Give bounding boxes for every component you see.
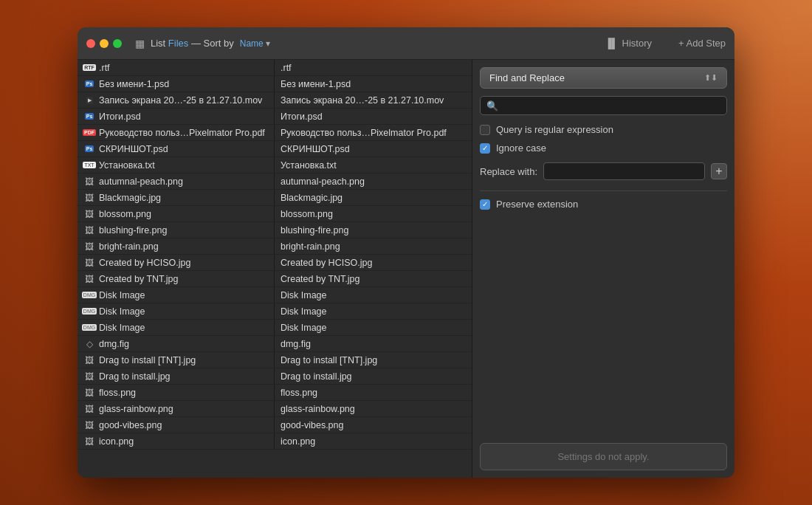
- file-row[interactable]: 🖼icon.png icon.png: [78, 433, 472, 450]
- minimize-button[interactable]: [100, 39, 109, 48]
- file-renamed: dmg.fig: [275, 336, 472, 351]
- titlebar: ▦ List Files — Sort by Name ▾ ▐▌ History…: [78, 27, 734, 60]
- file-row[interactable]: 🖼blushing-fire.png blushing-fire.png: [78, 222, 472, 238]
- file-row[interactable]: 🖼Created by TNT.jpg Created by TNT.jpg: [78, 271, 472, 287]
- replace-with-label: Replace with:: [480, 166, 537, 177]
- file-original-name: 🖼icon.png: [78, 433, 275, 449]
- file-renamed: Disk Image: [275, 320, 472, 335]
- file-row[interactable]: 🖼bright-rain.png bright-rain.png: [78, 238, 472, 255]
- divider: [480, 190, 727, 191]
- file-original-name: ▶Запись экрана 20…-25 в 21.27.10.mov: [78, 92, 275, 108]
- file-original-name: ◇dmg.fig: [78, 336, 275, 351]
- file-original-name: 🖼Created by TNT.jpg: [78, 271, 275, 286]
- file-row[interactable]: 🖼autumnal-peach.png autumnal-peach.png: [78, 174, 472, 190]
- file-list: RTF.rtf .rtf PsБез имени-1.psd Без имени…: [78, 60, 472, 478]
- ignore-case-label[interactable]: Ignore case: [496, 142, 546, 154]
- file-row[interactable]: 🖼Drag to install.jpg Drag to install.jpg: [78, 368, 472, 385]
- file-renamed: Drag to install.jpg: [275, 368, 472, 384]
- query-regex-label[interactable]: Query is regular expression: [496, 124, 613, 135]
- file-renamed: good-vibes.png: [275, 417, 472, 433]
- ignore-case-row: Ignore case: [480, 141, 727, 155]
- preserve-extension-label[interactable]: Preserve extension: [496, 199, 578, 210]
- file-row[interactable]: DMGDisk Image Disk Image: [78, 287, 472, 303]
- file-renamed: floss.png: [275, 385, 472, 400]
- file-row[interactable]: DMGDisk Image Disk Image: [78, 320, 472, 336]
- file-renamed: Установка.txt: [275, 157, 472, 173]
- main-window: ▦ List Files — Sort by Name ▾ ▐▌ History…: [78, 27, 734, 478]
- file-row[interactable]: TXTУстановка.txt Установка.txt: [78, 157, 472, 174]
- file-panel: RTF.rtf .rtf PsБез имени-1.psd Без имени…: [78, 60, 472, 478]
- file-renamed: Без имени-1.psd: [275, 76, 472, 92]
- find-replace-button[interactable]: Find and Replace ⬆⬇: [480, 67, 727, 89]
- file-renamed: .rtf: [275, 60, 472, 75]
- file-original-name: RTF.rtf: [78, 60, 275, 75]
- file-original-name: PDFРуководство польз…Pixelmator Pro.pdf: [78, 125, 275, 140]
- query-regex-checkbox[interactable]: [480, 125, 490, 135]
- search-container: 🔍: [480, 96, 727, 115]
- file-row[interactable]: 🖼blossom.png blossom.png: [78, 206, 472, 222]
- file-row[interactable]: PsБез имени-1.psd Без имени-1.psd: [78, 76, 472, 92]
- file-renamed: blossom.png: [275, 206, 472, 221]
- search-input[interactable]: [502, 100, 720, 111]
- ignore-case-checkbox[interactable]: [480, 143, 490, 154]
- settings-button: Settings do not apply.: [480, 443, 727, 470]
- file-original-name: PsИтоги.psd: [78, 109, 275, 124]
- file-row[interactable]: 🖼Blackmagic.jpg Blackmagic.jpg: [78, 190, 472, 206]
- file-renamed: Blackmagic.jpg: [275, 190, 472, 205]
- preserve-extension-checkbox[interactable]: [480, 199, 490, 210]
- file-original-name: 🖼Blackmagic.jpg: [78, 190, 275, 205]
- file-renamed: Запись экрана 20…-25 в 21.27.10.mov: [275, 92, 472, 108]
- file-row[interactable]: ▶Запись экрана 20…-25 в 21.27.10.mov Зап…: [78, 92, 472, 109]
- titlebar-text: List Files — Sort by: [151, 38, 234, 49]
- sort-name-button[interactable]: Name ▾: [240, 38, 270, 49]
- file-original-name: 🖼autumnal-peach.png: [78, 174, 275, 189]
- file-original-name: 🖼Created by HCISO.jpg: [78, 255, 275, 270]
- file-renamed: glass-rainbow.png: [275, 401, 472, 416]
- file-row[interactable]: PsСКРИНШОТ.psd СКРИНШОТ.psd: [78, 141, 472, 157]
- file-original-name: 🖼blushing-fire.png: [78, 222, 275, 238]
- query-regex-row: Query is regular expression: [480, 123, 727, 137]
- file-row[interactable]: PDFРуководство польз…Pixelmator Pro.pdf …: [78, 125, 472, 141]
- main-content: RTF.rtf .rtf PsБез имени-1.psd Без имени…: [78, 60, 734, 478]
- file-renamed: Created by TNT.jpg: [275, 271, 472, 286]
- close-button[interactable]: [86, 39, 95, 48]
- file-original-name: TXTУстановка.txt: [78, 157, 275, 173]
- file-original-name: 🖼Drag to install.jpg: [78, 368, 275, 384]
- file-original-name: 🖼glass-rainbow.png: [78, 401, 275, 416]
- file-original-name: 🖼good-vibes.png: [78, 417, 275, 433]
- replace-with-row: Replace with: +: [480, 162, 727, 180]
- file-original-name: 🖼Drag to install [TNT].jpg: [78, 352, 275, 368]
- file-row[interactable]: ◇dmg.fig dmg.fig: [78, 336, 472, 352]
- file-row[interactable]: 🖼good-vibes.png good-vibes.png: [78, 417, 472, 433]
- file-row[interactable]: 🖼Created by HCISO.jpg Created by HCISO.j…: [78, 255, 472, 271]
- list-icon: ▦: [135, 38, 145, 49]
- maximize-button[interactable]: [113, 39, 122, 48]
- replace-add-button[interactable]: +: [711, 163, 727, 179]
- history-button[interactable]: ▐▌ History: [605, 38, 652, 49]
- file-renamed: Created by HCISO.jpg: [275, 255, 472, 270]
- file-row[interactable]: DMGDisk Image Disk Image: [78, 303, 472, 320]
- file-renamed: Disk Image: [275, 287, 472, 303]
- file-row[interactable]: 🖼floss.png floss.png: [78, 385, 472, 401]
- file-renamed: Disk Image: [275, 303, 472, 319]
- file-renamed: bright-rain.png: [275, 238, 472, 254]
- file-renamed: Drag to install [TNT].jpg: [275, 352, 472, 368]
- file-row[interactable]: PsИтоги.psd Итоги.psd: [78, 109, 472, 125]
- file-renamed: blushing-fire.png: [275, 222, 472, 238]
- file-row[interactable]: 🖼glass-rainbow.png glass-rainbow.png: [78, 401, 472, 417]
- traffic-lights: [86, 39, 122, 48]
- file-original-name: PsСКРИНШОТ.psd: [78, 141, 275, 157]
- chevron-down-icon: ⬆⬇: [704, 73, 718, 83]
- file-renamed: Руководство польз…Pixelmator Pro.pdf: [275, 125, 472, 140]
- file-renamed: Итоги.psd: [275, 109, 472, 124]
- file-row[interactable]: RTF.rtf .rtf: [78, 60, 472, 76]
- file-original-name: 🖼blossom.png: [78, 206, 275, 221]
- file-row[interactable]: 🖼Drag to install [TNT].jpg Drag to insta…: [78, 352, 472, 368]
- file-renamed: СКРИНШОТ.psd: [275, 141, 472, 157]
- file-original-name: 🖼bright-rain.png: [78, 238, 275, 254]
- file-renamed: icon.png: [275, 433, 472, 449]
- add-step-button[interactable]: + Add Step: [678, 38, 726, 49]
- file-original-name: DMGDisk Image: [78, 303, 275, 319]
- right-panel: Find and Replace ⬆⬇ 🔍 Query is regular e…: [472, 60, 734, 478]
- replace-with-input[interactable]: [543, 162, 705, 180]
